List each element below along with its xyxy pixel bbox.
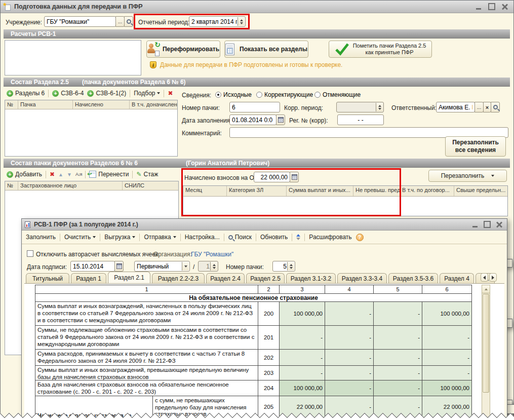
grid-cell[interactable] xyxy=(422,417,472,420)
add-person-button[interactable]: + Добавить xyxy=(7,171,42,178)
tab-razdel-3-5-3-6[interactable]: Раздел 3.5-3.6 xyxy=(388,273,438,283)
period-spinner[interactable] xyxy=(238,17,245,26)
help-icon[interactable]: ? xyxy=(356,234,364,241)
responsible-ellipsis-button[interactable]: ... xyxy=(475,102,484,112)
reform-button[interactable]: ↻ Переформировать xyxy=(146,41,220,58)
tab-titulny[interactable]: Титульный xyxy=(26,273,69,283)
tab-scroll-left-button[interactable] xyxy=(481,273,488,282)
period-input[interactable]: 2 квартал 2014 г. xyxy=(189,16,246,27)
sign-date-calendar-button[interactable] xyxy=(114,261,124,272)
refresh-button[interactable]: Обновить xyxy=(260,234,288,241)
autocalc-checkbox[interactable] xyxy=(27,250,33,257)
corr-number-spinner[interactable]: 1 xyxy=(198,261,218,272)
ops-accrued-input[interactable]: 22 000,00 xyxy=(254,172,290,182)
delete-person-button[interactable]: ✖ xyxy=(50,171,55,178)
fill-date-input[interactable]: 01.08.2014 0:0 xyxy=(229,114,276,125)
send-button[interactable]: Отправка xyxy=(144,234,176,241)
grid-cell[interactable]: - xyxy=(374,326,422,350)
tab-razdel-3-1-3-2[interactable]: Раздел 3.1-3.2 xyxy=(286,273,336,283)
grid-cell[interactable]: - xyxy=(374,302,422,326)
grid-cell[interactable]: - xyxy=(325,350,374,366)
move-down-button[interactable]: ▼ xyxy=(67,172,72,177)
responsible-clear-button[interactable]: × xyxy=(483,102,491,112)
report-maximize-button[interactable] xyxy=(484,221,491,228)
grid-cell[interactable]: - xyxy=(422,350,472,366)
tab-razdel-2-1[interactable]: Раздел 2.1 xyxy=(108,272,150,283)
corr-period-input[interactable] xyxy=(336,102,384,112)
transfer-button[interactable]: ↩ Перенести xyxy=(89,171,129,178)
collapse-expand-icon[interactable] xyxy=(296,234,300,240)
corr-period-spinner[interactable] xyxy=(376,103,383,111)
responsible-search-button[interactable] xyxy=(491,102,500,112)
grid-cell[interactable] xyxy=(374,417,422,420)
grid-cell[interactable] xyxy=(280,417,325,420)
grid-cell[interactable]: - xyxy=(374,366,422,380)
grid-cell[interactable]: - xyxy=(325,326,374,350)
tab-razdel-3-3-3-4[interactable]: Раздел 3.3-3.4 xyxy=(337,273,387,283)
report-pack-number-spinner[interactable]: 5 xyxy=(272,261,295,272)
institution-ellipsis-button[interactable]: ... xyxy=(115,16,125,27)
grid-cell[interactable]: - xyxy=(325,396,374,417)
doc-kind-dropdown[interactable]: Первичный xyxy=(134,261,190,272)
report-vertical-scrollbar[interactable] xyxy=(482,285,490,420)
clear-button[interactable]: Очистить xyxy=(64,234,96,241)
org-value[interactable]: ГБУ "Ромашки" xyxy=(191,251,233,258)
maximize-button[interactable] xyxy=(488,3,495,10)
add-sections6-button[interactable]: + Разделы 6 xyxy=(7,90,45,97)
grid-cell[interactable]: 100 000,00 xyxy=(280,380,325,396)
refill-all-button[interactable]: Перезаполнить все сведения xyxy=(445,136,506,157)
scrollbar-thumb[interactable] xyxy=(483,294,489,393)
grid-cell[interactable]: - xyxy=(325,366,374,380)
minimize-button[interactable] xyxy=(475,3,482,10)
radio-cancelling[interactable]: Отменяющие xyxy=(314,91,361,98)
pack-number-input[interactable]: 6 xyxy=(229,102,280,112)
mark-accepted-button[interactable]: Пометить пачки Раздела 2.5 как принятые … xyxy=(329,41,432,58)
settings-button[interactable]: Настройка... xyxy=(185,234,220,241)
add-szv612-button[interactable]: + СЗВ-6-1(2) xyxy=(87,90,126,97)
grid-cell[interactable] xyxy=(325,417,374,420)
move-up-button[interactable]: ▲ xyxy=(58,172,63,177)
decode-button[interactable]: Расшифровать xyxy=(309,234,351,241)
grid-cell[interactable]: - xyxy=(280,366,325,380)
close-button[interactable] xyxy=(501,3,508,10)
radio-original[interactable]: Исходные xyxy=(215,91,252,98)
radio-correcting[interactable]: Корректирующие xyxy=(256,91,313,98)
spinner-buttons[interactable] xyxy=(210,262,217,271)
grid-cell[interactable]: - xyxy=(422,366,472,380)
tab-razdel-2-5[interactable]: Раздел 2.5 xyxy=(246,273,285,283)
grid-cell[interactable]: 100 000,00 xyxy=(422,302,472,326)
tab-scroll-right-button[interactable] xyxy=(489,273,497,282)
report-close-button[interactable] xyxy=(496,221,503,228)
pick-button[interactable]: Подбор xyxy=(134,90,160,97)
ops-calc-button[interactable] xyxy=(290,172,299,182)
reg-number-input[interactable]: - - xyxy=(337,114,384,125)
tab-razdel-1[interactable]: Раздел 1 xyxy=(71,273,106,283)
add-szv64-button[interactable]: + СЗВ-6-4 xyxy=(52,90,84,97)
sign-date-input[interactable]: 15.10.2014 xyxy=(70,261,115,272)
tab-razdel-2-2-2-3[interactable]: Раздел 2.2-2.3 xyxy=(152,273,205,283)
grid-cell[interactable]: - xyxy=(280,350,325,366)
responsible-input[interactable]: Акимова Е. И xyxy=(436,102,475,112)
fill-date-calendar-button[interactable] xyxy=(276,114,285,125)
fill-button[interactable]: Заполнить xyxy=(26,234,56,241)
institution-input[interactable]: ГБУ "Ромашки" xyxy=(44,16,116,27)
grid-cell[interactable]: - xyxy=(374,380,422,396)
grid-cell[interactable]: - xyxy=(280,326,325,350)
grid-cell[interactable]: 22 000,00 xyxy=(422,396,472,417)
ops-refill-button[interactable]: Перезаполнить xyxy=(428,170,507,182)
grid-cell[interactable]: - xyxy=(374,396,422,417)
search-button[interactable]: Поиск xyxy=(228,234,252,241)
grid-cell[interactable]: 22 000,00 xyxy=(280,396,325,417)
grid-cell[interactable]: - xyxy=(325,380,374,396)
doc-kind-dropdown-button[interactable] xyxy=(182,262,189,271)
grid-cell[interactable]: - xyxy=(325,302,374,326)
show-all-sections-button[interactable]: Показать все разделы xyxy=(224,41,308,58)
spinner-buttons[interactable] xyxy=(287,262,294,271)
grid-cell[interactable]: - xyxy=(422,326,472,350)
tab-razdel-2-4[interactable]: Раздел 2.4 xyxy=(206,273,245,283)
sort-button[interactable]: А↓я xyxy=(75,172,82,177)
institution-search-button[interactable] xyxy=(124,16,133,27)
grid-cell[interactable]: 100 000,00 xyxy=(280,302,325,326)
report-minimize-button[interactable] xyxy=(471,221,479,228)
tab-razdel-4[interactable]: Раздел 4 xyxy=(440,273,474,283)
